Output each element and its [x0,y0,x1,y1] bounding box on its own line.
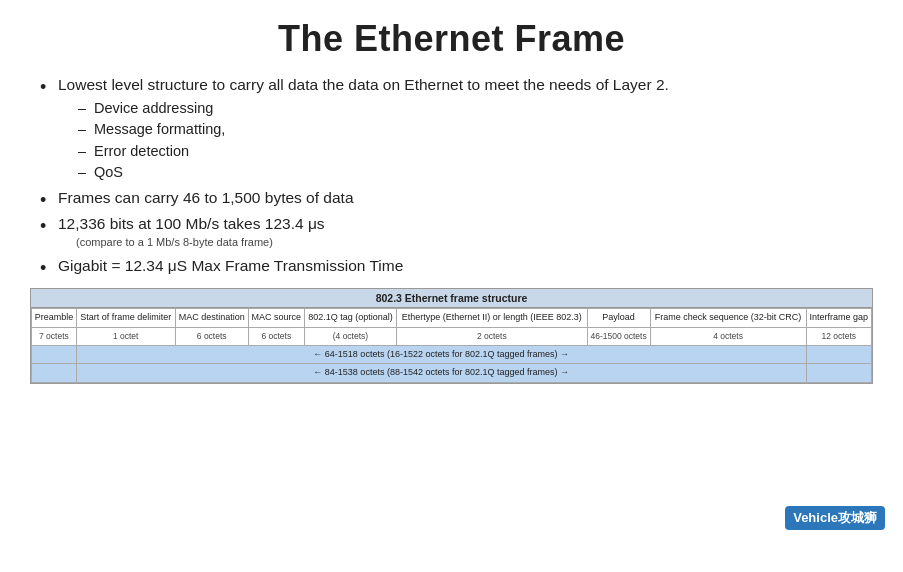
table-span-row-1: ← 64-1518 octets (16-1522 octets for 802… [32,345,872,364]
td-size-payload: 46-1500 octets [587,327,650,345]
bullet-list: Lowest level structure to carry all data… [40,74,873,278]
td-size-ifg: 12 octets [806,327,871,345]
td-span-empty-2 [806,345,871,364]
td-span2-empty-1 [32,364,77,383]
sub-list-1: Device addressing Message formatting, Er… [78,98,873,182]
td-span2-empty-2 [806,364,871,383]
sub-item-1-2: Message formatting, [78,119,873,140]
td-size-mac-src: 6 octets [248,327,304,345]
td-size-8021q: (4 octets) [304,327,396,345]
th-8021q: 802.1Q tag (optional) [304,308,396,327]
td-span-1: ← 64-1518 octets (16-1522 octets for 802… [76,345,806,364]
frame-table-wrapper: 802.3 Ethernet frame structure Preamble … [30,288,873,384]
td-span-2: ← 84-1538 octets (88-1542 octets for 802… [76,364,806,383]
td-span-empty-1 [32,345,77,364]
th-payload: Payload [587,308,650,327]
bullet-item-1: Lowest level structure to carry all data… [40,74,873,183]
td-size-preamble: 7 octets [32,327,77,345]
td-size-fcs: 4 octets [650,327,806,345]
sub-item-1-1: Device addressing [78,98,873,119]
sub-item-1-3: Error detection [78,141,873,162]
th-mac-dest: MAC destination [175,308,248,327]
table-size-row: 7 octets 1 octet 6 octets 6 octets (4 oc… [32,327,872,345]
th-ethertype: Ethertype (Ethernet II) or length (IEEE … [397,308,588,327]
frame-table: Preamble Start of frame delimiter MAC de… [31,308,872,383]
table-header-row: Preamble Start of frame delimiter MAC de… [32,308,872,327]
table-title: 802.3 Ethernet frame structure [31,289,872,308]
sub-item-1-4: QoS [78,162,873,183]
page-title: The Ethernet Frame [30,18,873,60]
bullet-item-3: 12,336 bits at 100 Mb/s takes 123.4 μs (… [40,213,873,251]
bullet-item-2: Frames can carry 46 to 1,500 bytes of da… [40,187,873,209]
td-size-ethertype: 2 octets [397,327,588,345]
slide: The Ethernet Frame Lowest level structur… [0,0,903,572]
td-size-sfd: 1 octet [76,327,175,345]
th-sfd: Start of frame delimiter [76,308,175,327]
td-size-mac-dest: 6 octets [175,327,248,345]
bullet-3-note: (compare to a 1 Mb/s 8-byte data frame) [76,235,873,251]
th-fcs: Frame check sequence (32-bit CRC) [650,308,806,327]
th-ifg: Interframe gap [806,308,871,327]
table-span-row-2: ← 84-1538 octets (88-1542 octets for 802… [32,364,872,383]
th-mac-src: MAC source [248,308,304,327]
th-preamble: Preamble [32,308,77,327]
bullet-item-4: Gigabit = 12.34 μS Max Frame Transmissio… [40,255,873,277]
watermark: Vehicle攻城狮 [785,506,885,530]
